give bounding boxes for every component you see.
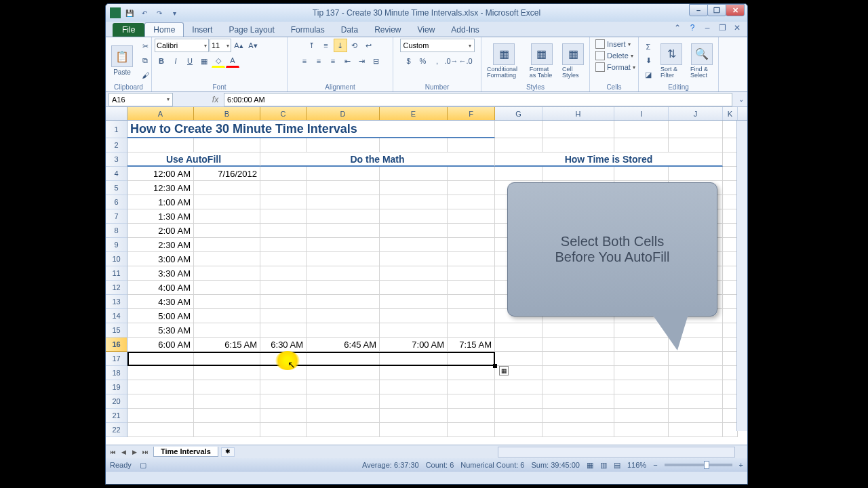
row-header-2[interactable]: 2 [106,138,127,152]
cell-K13[interactable] [723,295,738,309]
cell-K2[interactable] [723,138,738,152]
cell-K12[interactable] [723,281,738,295]
column-header-D[interactable]: D [307,107,380,120]
cell-A21[interactable] [127,409,194,423]
cell-C17[interactable] [260,352,307,366]
cell-B16[interactable]: 6:15 AM [194,338,260,352]
font-size-select[interactable]: 11▾ [210,39,231,52]
cell-H22[interactable] [542,423,614,437]
format-painter-icon[interactable]: 🖌 [138,68,152,82]
horizontal-scrollbar[interactable] [498,447,735,458]
cell-E9[interactable] [380,238,448,252]
cell-B11[interactable] [194,266,260,281]
tab-data[interactable]: Data [333,23,366,37]
row-header-5[interactable]: 5 [106,181,127,195]
cell[interactable] [542,121,614,138]
cell-B14[interactable] [194,309,260,323]
row-header-16[interactable]: 16 [106,338,127,352]
clear-icon[interactable]: ◪ [642,68,655,82]
cell-F2[interactable] [448,138,495,152]
row-header-22[interactable]: 22 [106,423,127,437]
cell-E11[interactable] [380,266,448,281]
cell-B21[interactable] [194,409,260,423]
row-header-13[interactable]: 13 [106,295,127,309]
number-format-select[interactable]: Custom▾ [400,39,475,52]
cell-B9[interactable] [194,238,260,252]
cell-K8[interactable] [723,224,738,238]
close-button[interactable]: ✕ [726,4,745,16]
doc-restore-icon[interactable]: ❐ [716,22,728,34]
font-color-button[interactable]: A [226,54,239,68]
zoom-out-button[interactable]: − [653,461,657,469]
row-header-8[interactable]: 8 [106,224,127,238]
fx-icon[interactable]: fx [207,95,224,104]
cell-J18[interactable] [669,366,723,380]
cell-A10[interactable]: 3:00 AM [127,252,194,266]
cell-E19[interactable] [380,380,448,394]
cell-J21[interactable] [669,409,723,423]
row-header-1[interactable]: 1 [106,121,127,138]
tab-review[interactable]: Review [366,23,409,37]
save-icon[interactable]: 💾 [123,7,136,19]
cell-A14[interactable]: 5:00 AM [127,309,194,323]
cell-K19[interactable] [723,380,738,394]
format-cells-button[interactable]: Format▾ [593,62,638,73]
column-header-A[interactable]: A [127,107,194,120]
fill-icon[interactable]: ⬇ [642,54,655,68]
cell-B15[interactable] [194,323,260,338]
cell-A19[interactable] [127,380,194,394]
cell-A18[interactable] [127,366,194,380]
new-sheet-button[interactable]: ✱ [221,447,235,457]
cell-B4[interactable]: 7/16/2012 [194,167,260,181]
cell-D2[interactable] [307,138,380,152]
cell-F6[interactable] [448,195,495,209]
cell-K11[interactable] [723,266,738,281]
macro-record-icon[interactable]: ▢ [140,461,146,470]
cell-E21[interactable] [380,409,448,423]
cell-E7[interactable] [380,209,448,224]
cell-H2[interactable] [542,138,614,152]
cell-A2[interactable] [127,138,194,152]
cell-K4[interactable] [723,167,738,181]
cell-I18[interactable] [614,366,669,380]
grid-body[interactable]: 1How to Create 30 Minute Time Intervals2… [106,121,747,445]
row-header-10[interactable]: 10 [106,252,127,266]
cell-D17[interactable] [307,352,380,366]
autosum-icon[interactable]: Σ [642,40,655,54]
cell[interactable] [669,121,723,138]
decrease-indent-icon[interactable]: ⇤ [340,54,354,68]
cell-G19[interactable] [495,380,542,394]
grow-font-icon[interactable]: A▴ [232,39,245,52]
cell-A16[interactable]: 6:00 AM [127,338,194,352]
row-header-7[interactable]: 7 [106,209,127,224]
cell-D11[interactable] [307,266,380,281]
cell-A22[interactable] [127,423,194,437]
cell-D20[interactable] [307,394,380,409]
cell-B8[interactable] [194,224,260,238]
cell-A7[interactable]: 1:30 AM [127,209,194,224]
bold-button[interactable]: B [155,54,168,68]
cell-H20[interactable] [542,394,614,409]
column-header-B[interactable]: B [194,107,260,120]
align-middle-icon[interactable]: ≡ [319,39,333,52]
cell-I19[interactable] [614,380,669,394]
cell-C5[interactable] [260,181,307,195]
accounting-icon[interactable]: $ [402,54,416,68]
cell-H17[interactable] [542,352,614,366]
cell-D22[interactable] [307,423,380,437]
cell-A8[interactable]: 2:00 AM [127,224,194,238]
cell-B22[interactable] [194,423,260,437]
cell-G22[interactable] [495,423,542,437]
column-header-I[interactable]: I [614,107,669,120]
cell-F15[interactable] [448,323,495,338]
cell-D12[interactable] [307,281,380,295]
cell-I17[interactable] [614,352,669,366]
cell-J17[interactable] [669,352,723,366]
cell-J2[interactable] [669,138,723,152]
cell-K21[interactable] [723,409,738,423]
cell-J20[interactable] [669,394,723,409]
cell-G20[interactable] [495,394,542,409]
cell-F14[interactable] [448,309,495,323]
row-header-15[interactable]: 15 [106,323,127,338]
cell-K17[interactable] [723,352,738,366]
